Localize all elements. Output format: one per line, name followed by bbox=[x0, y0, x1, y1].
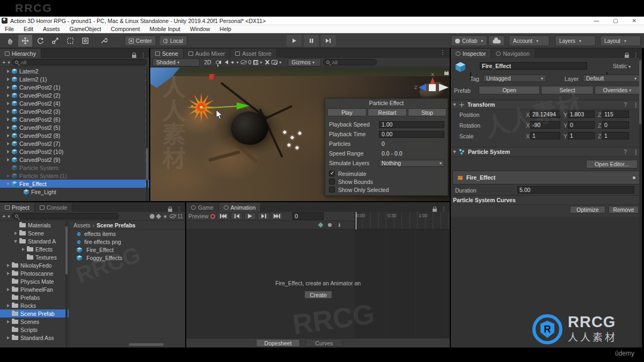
menu-item[interactable]: Assets bbox=[38, 26, 65, 32]
space-toggle-button[interactable]: Local bbox=[159, 35, 187, 46]
hierarchy-item[interactable]: CarvedPost2 (9) bbox=[0, 156, 149, 164]
setting-value[interactable]: 1.00 bbox=[379, 121, 444, 128]
project-folder[interactable]: Prefabs bbox=[0, 293, 69, 301]
particle-checkbox-row[interactable]: Show Bounds bbox=[325, 178, 448, 186]
expand-arrow-icon[interactable] bbox=[14, 231, 18, 235]
add-keyframe-icon[interactable] bbox=[318, 223, 324, 228]
object-name-field[interactable]: Fire_Effect bbox=[480, 62, 587, 70]
tools-icon[interactable] bbox=[264, 60, 269, 65]
prefab-overrides-dropdown[interactable]: Overrides bbox=[595, 86, 640, 94]
rect-tool-icon[interactable] bbox=[63, 35, 77, 47]
expand-arrow-icon[interactable] bbox=[6, 93, 11, 98]
audio-toggle-icon[interactable] bbox=[222, 60, 228, 64]
prefab-select-button[interactable]: Select bbox=[541, 86, 594, 94]
expand-arrow-icon[interactable] bbox=[14, 223, 18, 227]
expand-arrow-icon[interactable] bbox=[6, 158, 11, 162]
menu-item[interactable]: File bbox=[0, 26, 19, 32]
project-folder[interactable]: Scripts bbox=[0, 326, 69, 334]
cloud-button[interactable] bbox=[488, 35, 505, 46]
custom-tool-icon[interactable] bbox=[97, 35, 111, 47]
add-event-icon[interactable]: ⬇ bbox=[337, 223, 341, 228]
scene-tab[interactable]: Asset Store bbox=[230, 49, 276, 58]
collab-filter-icon[interactable] bbox=[150, 214, 155, 219]
project-file[interactable]: fire effects png bbox=[69, 238, 185, 246]
stop-particles-button[interactable]: Stop bbox=[408, 108, 447, 116]
hierarchy-item[interactable]: Latern2 (1) bbox=[0, 75, 149, 83]
breadcrumb-root[interactable]: Assets bbox=[74, 222, 91, 228]
inspector-scrollbar[interactable] bbox=[639, 58, 641, 348]
project-folder[interactable]: NikolayFedo bbox=[0, 261, 69, 269]
goto-end-button[interactable] bbox=[271, 212, 283, 220]
project-folder[interactable]: Scene bbox=[0, 229, 69, 237]
lock-icon[interactable] bbox=[132, 55, 136, 58]
hierarchy-item[interactable]: Latern2 bbox=[0, 67, 149, 75]
close-button[interactable]: ✕ bbox=[632, 18, 636, 24]
minimize-button[interactable]: — bbox=[594, 18, 599, 24]
expand-arrow-icon[interactable] bbox=[6, 304, 11, 308]
axis-x-field[interactable]: 1 bbox=[530, 132, 560, 139]
hand-tool-icon[interactable] bbox=[3, 35, 17, 47]
expand-arrow-icon[interactable] bbox=[6, 312, 11, 316]
transform-tool-icon[interactable] bbox=[78, 35, 92, 47]
project-folder[interactable]: Physics Mate bbox=[0, 277, 69, 285]
expand-arrow-icon[interactable] bbox=[18, 190, 23, 194]
optimize-button[interactable]: Optimize bbox=[570, 206, 605, 213]
checkbox[interactable] bbox=[329, 179, 335, 184]
project-file[interactable]: Fire_Effect bbox=[69, 246, 185, 254]
account-dropdown[interactable]: Account bbox=[509, 35, 550, 46]
rotate-tool-icon[interactable] bbox=[33, 35, 47, 47]
hierarchy-item[interactable]: CarvedPost2 (10) bbox=[0, 147, 149, 156]
hierarchy-search-input[interactable]: All bbox=[12, 59, 147, 65]
panel-menu-icon[interactable] bbox=[137, 52, 149, 58]
move-gizmo-z-arrow[interactable] bbox=[201, 101, 251, 113]
setting-value[interactable]: 0 bbox=[379, 141, 444, 147]
setting-value[interactable]: Nothing bbox=[379, 160, 444, 167]
project-folder[interactable]: Effects bbox=[0, 245, 69, 253]
help-icon[interactable] bbox=[624, 101, 627, 108]
transform-header[interactable]: Transform bbox=[451, 100, 642, 109]
expand-arrow-icon[interactable] bbox=[6, 287, 11, 292]
axis-y-field[interactable]: 0 bbox=[568, 121, 595, 129]
hierarchy-item[interactable]: CarvedPost2 (3) bbox=[0, 107, 149, 115]
panel-menu-icon[interactable] bbox=[173, 206, 185, 212]
expand-arrow-icon[interactable] bbox=[6, 320, 11, 324]
frame-field[interactable]: 0 bbox=[292, 212, 324, 220]
hierarchy-item[interactable]: CarvedPost2 (1) bbox=[0, 83, 149, 91]
goto-start-button[interactable] bbox=[217, 212, 229, 220]
axis-z-field[interactable]: 1 bbox=[602, 132, 629, 139]
layer-dropdown[interactable]: Default bbox=[583, 75, 640, 82]
expand-arrow-icon[interactable] bbox=[21, 255, 26, 260]
hidden-count[interactable]: 11 bbox=[170, 213, 183, 219]
axis-z-field[interactable]: 0 bbox=[602, 121, 629, 129]
project-tab[interactable]: Console bbox=[35, 203, 73, 212]
expand-arrow-icon[interactable] bbox=[6, 174, 11, 178]
create-asset-button[interactable] bbox=[2, 213, 10, 219]
project-folder[interactable]: Scenes bbox=[0, 317, 69, 326]
hierarchy-item[interactable]: CarvedPost2 (4) bbox=[0, 99, 149, 107]
expand-arrow-icon[interactable] bbox=[6, 150, 11, 154]
project-folder[interactable]: Textures bbox=[0, 253, 69, 261]
dopesheet-button[interactable]: Dopesheet bbox=[256, 339, 300, 347]
hierarchy-item[interactable]: CarvedPost2 (7) bbox=[0, 139, 149, 147]
project-tree-scrollbar[interactable] bbox=[65, 221, 68, 348]
help-icon[interactable] bbox=[624, 149, 627, 155]
prev-frame-button[interactable] bbox=[231, 212, 243, 220]
menu-item[interactable]: Window bbox=[185, 26, 215, 32]
pivot-toggle-button[interactable]: Center bbox=[125, 35, 156, 46]
create-clip-button[interactable]: Create bbox=[304, 291, 332, 299]
animation-tab[interactable]: Animation bbox=[219, 203, 261, 212]
expand-arrow-icon[interactable] bbox=[6, 77, 11, 82]
project-folder[interactable]: PinwheelFan bbox=[0, 285, 69, 293]
project-folder[interactable]: Materials bbox=[0, 221, 69, 229]
hierarchy-item[interactable]: Fire_Effect bbox=[0, 180, 149, 188]
setting-value[interactable]: 0.00 bbox=[379, 131, 444, 138]
particle-checkbox-row[interactable]: Resimulate bbox=[325, 169, 448, 178]
expand-arrow-icon[interactable] bbox=[6, 263, 11, 268]
project-tab[interactable]: Project bbox=[0, 203, 35, 212]
play-particles-button[interactable]: Play bbox=[327, 108, 367, 116]
curves-header[interactable]: Particle System Curves bbox=[451, 195, 642, 205]
preview-button[interactable]: Preview bbox=[188, 213, 208, 219]
remove-button[interactable]: Remove bbox=[609, 206, 639, 213]
hidden-objects-toggle[interactable]: 0 bbox=[240, 59, 251, 65]
open-editor-button[interactable]: Open Editor... bbox=[586, 160, 638, 168]
